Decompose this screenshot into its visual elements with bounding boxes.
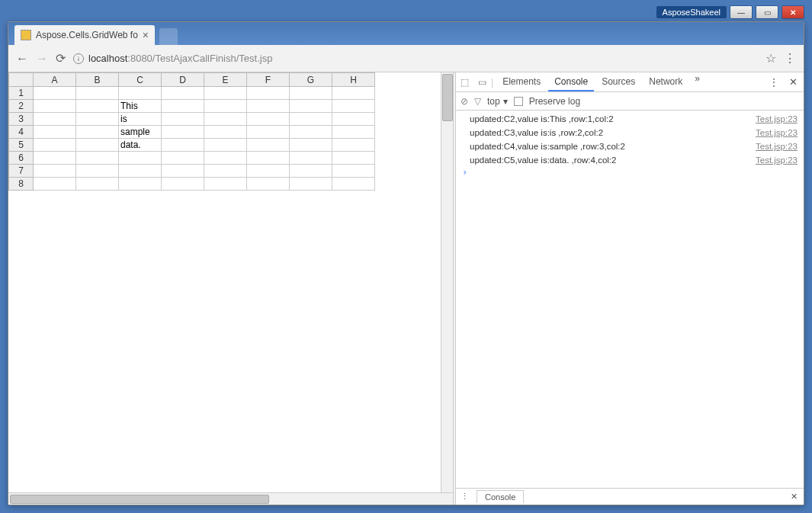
device-mode-icon[interactable]: ▭: [473, 77, 491, 88]
cell[interactable]: data.: [119, 139, 162, 152]
cell[interactable]: [119, 178, 162, 191]
cell[interactable]: [162, 165, 204, 178]
cell[interactable]: [247, 100, 290, 113]
cell[interactable]: [162, 178, 204, 191]
log-source-link[interactable]: Test.jsp:23: [756, 154, 798, 166]
cell[interactable]: [119, 152, 162, 165]
cell[interactable]: This: [119, 100, 162, 113]
cell[interactable]: [247, 178, 290, 191]
cell[interactable]: [332, 165, 375, 178]
cell[interactable]: [76, 178, 119, 191]
column-header[interactable]: B: [76, 73, 119, 87]
cell[interactable]: [290, 87, 332, 100]
cell[interactable]: [119, 165, 162, 178]
cell[interactable]: [247, 126, 290, 139]
row-header[interactable]: 6: [9, 152, 34, 165]
devtools-menu-icon[interactable]: ⋮: [765, 77, 783, 88]
tab-sources[interactable]: Sources: [595, 73, 641, 91]
column-header[interactable]: G: [290, 73, 332, 87]
row-header[interactable]: 2: [9, 100, 34, 113]
cell[interactable]: [119, 87, 162, 100]
cell[interactable]: [332, 152, 375, 165]
cell[interactable]: [76, 113, 119, 126]
cell[interactable]: [162, 100, 204, 113]
cell[interactable]: [162, 126, 204, 139]
cell[interactable]: [76, 126, 119, 139]
cell[interactable]: [34, 178, 76, 191]
row-header[interactable]: 1: [9, 87, 34, 100]
browser-tab[interactable]: Aspose.Cells.GridWeb fo ×: [14, 25, 155, 45]
log-source-link[interactable]: Test.jsp:23: [756, 127, 798, 139]
cell[interactable]: [34, 126, 76, 139]
new-tab-button[interactable]: [159, 28, 178, 45]
cell[interactable]: [247, 139, 290, 152]
forward-button[interactable]: →: [36, 52, 48, 66]
console-output[interactable]: updated:C2,value is:This ,row:1,col:2Tes…: [456, 111, 804, 488]
cell[interactable]: [34, 152, 76, 165]
cell[interactable]: [76, 165, 119, 178]
cell[interactable]: [247, 152, 290, 165]
cell[interactable]: [204, 165, 247, 178]
column-header[interactable]: A: [34, 73, 76, 87]
row-header[interactable]: 5: [9, 139, 34, 152]
cell[interactable]: [34, 113, 76, 126]
cell[interactable]: [290, 152, 332, 165]
row-header[interactable]: 4: [9, 126, 34, 139]
browser-menu-icon[interactable]: ⋮: [784, 51, 796, 66]
cell[interactable]: [204, 126, 247, 139]
inspect-element-icon[interactable]: ⬚: [456, 77, 473, 88]
site-info-icon[interactable]: i: [73, 53, 84, 64]
console-log-row[interactable]: updated:C4,value is:sample ,row:3,col:2T…: [456, 139, 804, 153]
cell[interactable]: [162, 87, 204, 100]
drawer-tab-console[interactable]: Console: [477, 490, 524, 503]
column-header[interactable]: E: [204, 73, 247, 87]
horizontal-scrollbar[interactable]: [8, 492, 453, 505]
tab-elements[interactable]: Elements: [496, 73, 547, 91]
tab-console[interactable]: Console: [548, 73, 594, 91]
select-all-corner[interactable]: [9, 73, 34, 87]
bookmark-star-icon[interactable]: ☆: [765, 51, 776, 66]
cell[interactable]: [34, 165, 76, 178]
console-log-row[interactable]: updated:C3,value is:is ,row:2,col:2Test.…: [456, 126, 804, 139]
cell[interactable]: [332, 113, 375, 126]
log-source-link[interactable]: Test.jsp:23: [756, 140, 798, 152]
drawer-close-icon[interactable]: ✕: [785, 492, 804, 502]
cell[interactable]: [332, 139, 375, 152]
cell[interactable]: [34, 87, 76, 100]
maximize-button[interactable]: ▭: [756, 5, 778, 19]
cell[interactable]: [76, 139, 119, 152]
column-header[interactable]: F: [247, 73, 290, 87]
cell[interactable]: [290, 139, 332, 152]
row-header[interactable]: 3: [9, 113, 34, 126]
cell[interactable]: [76, 100, 119, 113]
row-header[interactable]: 8: [9, 178, 34, 191]
cell[interactable]: [204, 178, 247, 191]
back-button[interactable]: ←: [16, 52, 28, 66]
column-header[interactable]: C: [119, 73, 162, 87]
cell[interactable]: sample: [119, 126, 162, 139]
more-tabs-icon[interactable]: »: [690, 73, 704, 91]
cell[interactable]: [204, 139, 247, 152]
cell[interactable]: [34, 100, 76, 113]
context-selector[interactable]: top ▾: [487, 96, 508, 107]
tab-close-icon[interactable]: ×: [143, 29, 149, 41]
cell[interactable]: [290, 178, 332, 191]
cell[interactable]: [204, 113, 247, 126]
cell[interactable]: [204, 87, 247, 100]
console-log-row[interactable]: updated:C2,value is:This ,row:1,col:2Tes…: [456, 112, 804, 126]
url-field[interactable]: i localhost:8080/TestAjaxCallFinish/Test…: [73, 53, 758, 64]
cell[interactable]: [290, 113, 332, 126]
cell[interactable]: [162, 139, 204, 152]
filter-icon[interactable]: ▽: [474, 96, 481, 107]
cell[interactable]: [247, 113, 290, 126]
console-prompt[interactable]: ›: [456, 167, 804, 178]
reload-button[interactable]: ⟳: [56, 51, 66, 66]
cell[interactable]: is: [119, 113, 162, 126]
clear-console-icon[interactable]: ⊘: [461, 96, 468, 107]
preserve-log-checkbox[interactable]: [514, 97, 523, 106]
vertical-scrollbar[interactable]: [441, 72, 453, 492]
cell[interactable]: [34, 139, 76, 152]
log-source-link[interactable]: Test.jsp:23: [756, 113, 798, 125]
cell[interactable]: [290, 165, 332, 178]
cell[interactable]: [332, 87, 375, 100]
